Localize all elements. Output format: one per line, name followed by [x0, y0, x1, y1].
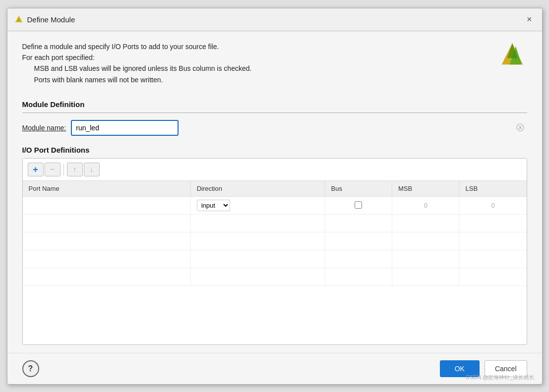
- msb-cell: 0: [392, 197, 459, 215]
- move-up-button[interactable]: ↑: [67, 163, 83, 176]
- dialog-title: Define Module: [27, 15, 75, 24]
- io-ports-title: I/O Port Definitions: [22, 146, 527, 154]
- module-name-label: Module name:: [22, 124, 66, 132]
- module-definition-title: Module Definition: [22, 100, 527, 109]
- io-table-body: input output inout 0: [23, 197, 527, 286]
- header-row: Port Name Direction Bus MSB LSB: [23, 181, 527, 197]
- close-button[interactable]: ×: [524, 13, 535, 26]
- description-text: Define a module and specify I/O Ports to…: [22, 41, 252, 86]
- msb-cell-empty: [392, 250, 459, 268]
- io-toolbar: + − ↑ ↓: [23, 159, 527, 181]
- bus-checkbox[interactable]: [355, 201, 362, 209]
- col-bus: Bus: [325, 181, 392, 197]
- section-divider: [22, 112, 527, 113]
- lsb-cell-empty: [459, 268, 527, 286]
- direction-cell-empty: [190, 250, 325, 268]
- module-name-input[interactable]: [71, 120, 179, 136]
- io-ports-section: I/O Port Definitions + − ↑ ↓ Port Name: [22, 146, 527, 344]
- bus-cell-empty: [325, 232, 392, 250]
- table-row: [23, 232, 527, 250]
- desc-line1: Define a module and specify I/O Ports to…: [22, 41, 252, 52]
- port-name-cell-empty: [23, 268, 191, 286]
- port-name-input[interactable]: [29, 255, 184, 263]
- module-name-input-wrapper: ⓧ: [71, 120, 527, 136]
- lsb-cell: 0: [459, 197, 527, 215]
- lsb-cell-empty: [459, 232, 527, 250]
- msb-cell-empty: [392, 215, 459, 232]
- bus-cell-empty: [325, 250, 392, 268]
- port-name-cell-empty: [23, 215, 191, 232]
- direction-cell: input output inout: [190, 197, 325, 215]
- direction-cell-empty: [190, 232, 325, 250]
- desc-indent1: MSB and LSB values will be ignored unles…: [34, 63, 252, 74]
- col-port-name: Port Name: [23, 181, 191, 197]
- desc-line2: For each port specified:: [22, 52, 252, 63]
- define-module-dialog: Define Module × Define a module and spec…: [7, 8, 543, 385]
- direction-cell-empty: [190, 268, 325, 286]
- col-lsb: LSB: [459, 181, 527, 197]
- dialog-footer: ? OK Cancel: [7, 353, 542, 384]
- bus-cell-empty: [325, 268, 392, 286]
- remove-row-button[interactable]: −: [45, 163, 61, 176]
- msb-cell-empty: [392, 268, 459, 286]
- dialog-body: Define a module and specify I/O Ports to…: [7, 31, 542, 353]
- module-name-row: Module name: ⓧ: [22, 120, 527, 136]
- col-msb: MSB: [392, 181, 459, 197]
- io-table-header: Port Name Direction Bus MSB LSB: [23, 181, 527, 197]
- table-row: [23, 250, 527, 268]
- desc-indent2: Ports with blank names will not be writt…: [34, 74, 252, 85]
- watermark: CSDN @定海神针_说长就长: [466, 374, 535, 381]
- help-button[interactable]: ?: [22, 360, 39, 377]
- col-direction: Direction: [190, 181, 325, 197]
- direction-select[interactable]: input output inout: [197, 200, 230, 211]
- port-name-cell: [23, 197, 191, 215]
- table-row: input output inout 0: [23, 197, 527, 215]
- add-row-button[interactable]: +: [28, 163, 44, 176]
- lsb-cell-empty: [459, 215, 527, 232]
- direction-cell-empty: [190, 215, 325, 232]
- io-table: Port Name Direction Bus MSB LSB: [23, 181, 527, 286]
- toolbar-separator: [63, 164, 64, 175]
- port-name-input[interactable]: [29, 220, 184, 227]
- port-name-input[interactable]: [29, 273, 184, 280]
- io-table-container: Port Name Direction Bus MSB LSB: [23, 181, 527, 344]
- port-name-cell-empty: [23, 250, 191, 268]
- app-logo-icon: [14, 15, 23, 24]
- io-ports-container: + − ↑ ↓ Port Name Direction Bus: [22, 158, 527, 344]
- bus-cell-empty: [325, 215, 392, 232]
- title-bar: Define Module ×: [7, 8, 542, 31]
- clear-input-button[interactable]: ⓧ: [516, 124, 524, 132]
- module-definition-section: Module Definition Module name: ⓧ: [22, 100, 527, 146]
- title-bar-left: Define Module: [14, 15, 75, 24]
- table-row: [23, 268, 527, 286]
- port-name-input[interactable]: [29, 237, 184, 245]
- lsb-cell-empty: [459, 250, 527, 268]
- msb-cell-empty: [392, 232, 459, 250]
- port-name-input[interactable]: [29, 202, 184, 209]
- table-row: [23, 215, 527, 232]
- port-name-cell-empty: [23, 232, 191, 250]
- app-logo-large-icon: [497, 41, 527, 71]
- bus-cell: [325, 197, 392, 215]
- description-area: Define a module and specify I/O Ports to…: [22, 41, 527, 86]
- move-down-button[interactable]: ↓: [84, 163, 100, 176]
